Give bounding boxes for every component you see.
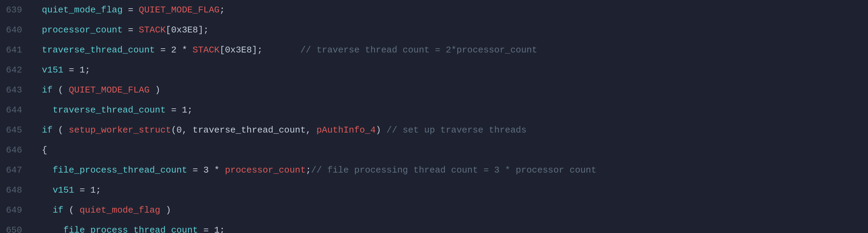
line-number: 639 [6, 0, 22, 20]
token: if [31, 205, 64, 215]
line-number: 643 [6, 80, 22, 100]
token: * [182, 45, 187, 55]
line-number: 646 [6, 140, 22, 160]
code-line: traverse_thread_count = 2 * STACK[0x3E8]… [31, 40, 868, 60]
line-numbers: 6396406416426436446456466476486496506516… [0, 0, 28, 233]
code-editor: 6396406416426436446456466476486496506516… [0, 0, 868, 233]
token: 2 [166, 45, 182, 55]
code-line: processor_count = STACK[0x3E8]; [31, 20, 868, 40]
token: ( [52, 85, 69, 95]
line-number: 648 [6, 180, 22, 200]
token: 3 [198, 165, 214, 175]
token: ; [220, 5, 225, 15]
token: file_process_thread_count [31, 225, 203, 233]
code-line: v151 = 1; [31, 60, 868, 80]
token: traverse_thread_count [31, 45, 160, 55]
code-line: traverse_thread_count = 1; [31, 100, 868, 120]
token: traverse_thread_count [31, 105, 171, 115]
token: setup_worker_struct [69, 125, 171, 135]
token: v151 [31, 185, 79, 195]
code-line: file_process_thread_count = 1; [31, 220, 868, 233]
line-number: 647 [6, 160, 22, 180]
token: if [31, 85, 52, 95]
token: pAuthInfo_4 [316, 125, 376, 135]
code-line: { [31, 140, 868, 160]
line-number: 644 [6, 100, 22, 120]
token: if [31, 125, 52, 135]
token: [0x3E8]; [220, 45, 300, 55]
token: // file processing thread count = 3 * pr… [311, 165, 596, 175]
token: ; [306, 165, 311, 175]
code-line: if ( QUIET_MODE_FLAG ) [31, 80, 868, 100]
line-number: 649 [6, 200, 22, 220]
code-line: if ( setup_worker_struct(0, traverse_thr… [31, 120, 868, 140]
token: // set up traverse threads [387, 125, 527, 135]
line-number: 641 [6, 40, 22, 60]
token: = 1; [79, 185, 101, 195]
code-line: file_process_thread_count = 3 * processo… [31, 160, 868, 180]
token: ) [376, 125, 387, 135]
token: QUIET_MODE_FLAG [133, 5, 220, 15]
token: QUIET_MODE_FLAG [69, 85, 149, 95]
token: processor_count [220, 165, 306, 175]
token: * [214, 165, 220, 175]
token: // traverse thread count = 2*processor_c… [300, 45, 537, 55]
token: file_process_thread_count [31, 165, 193, 175]
token: = [193, 165, 198, 175]
token: = [128, 25, 134, 35]
token: ( [64, 205, 80, 215]
token: ) [160, 205, 171, 215]
token: ) [149, 85, 160, 95]
code-line: if ( quiet_mode_flag ) [31, 200, 868, 220]
token: = [128, 5, 134, 15]
token: = 1; [203, 225, 225, 233]
line-number: 645 [6, 120, 22, 140]
token: = [160, 45, 166, 55]
token: quiet_mode_flag [79, 205, 160, 215]
line-number: 650 [6, 220, 22, 233]
line-number: 640 [6, 20, 22, 40]
token: = 1; [171, 105, 193, 115]
line-number: 642 [6, 60, 22, 80]
code-line: quiet_mode_flag = QUIET_MODE_FLAG; [31, 0, 868, 20]
code-content: quiet_mode_flag = QUIET_MODE_FLAG; proce… [28, 0, 868, 233]
token: quiet_mode_flag [31, 5, 128, 15]
token: { [31, 145, 47, 155]
token: STACK [133, 25, 166, 35]
token: ( [52, 125, 69, 135]
code-line: v151 = 1; [31, 180, 868, 200]
token: processor_count [31, 25, 128, 35]
token: (0, traverse_thread_count, [171, 125, 316, 135]
token: v151 [31, 65, 69, 75]
token: = 1; [69, 65, 90, 75]
token: [0x3E8]; [166, 25, 209, 35]
token: STACK [187, 45, 220, 55]
